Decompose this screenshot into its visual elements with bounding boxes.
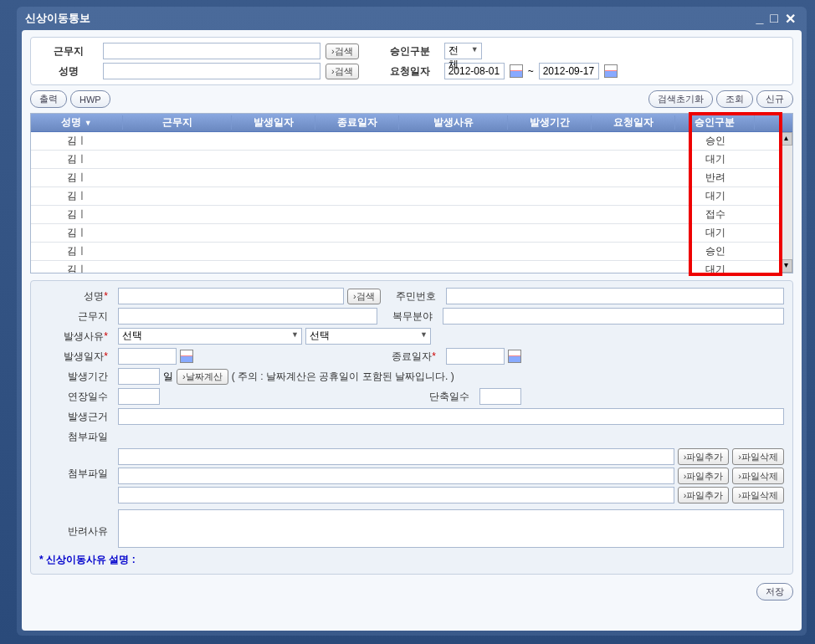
table-row[interactable]: 김ㅣ반려 [31,169,792,187]
col-name[interactable]: 성명 ▼ [31,115,123,130]
file-input-1[interactable] [118,448,674,465]
basis-input[interactable] [118,408,784,425]
col-reqdate[interactable]: 요청일자 [592,115,675,130]
jumin-input[interactable] [446,288,784,304]
file-input-2[interactable] [118,468,674,484]
jumin-label: 주민번호 [384,289,443,304]
occurdate-label: 발생일자* [39,350,115,364]
col-workplace[interactable]: 근무지 [123,115,232,130]
col-approval[interactable]: 승인구분 [675,115,755,130]
reason-label: 발생사유* [39,330,115,344]
minimize-icon[interactable]: _ [753,11,766,27]
cell-status: 반려 [675,171,755,185]
table-row[interactable]: 김ㅣ접수 [31,206,792,224]
file-input-3[interactable] [118,487,674,503]
file-add-button-3[interactable]: ›파일추가 [678,487,730,503]
shorten-input[interactable] [479,388,521,405]
cell-status: 대기 [675,226,755,240]
new-button[interactable]: 신규 [756,90,793,108]
save-button[interactable]: 저장 [756,583,793,601]
table-row[interactable]: 김ㅣ대기 [31,151,792,169]
maximize-icon[interactable]: □ [767,11,781,27]
hwp-button[interactable]: HWP [70,90,110,108]
enddate-label: 종료일자* [384,350,443,364]
cell-status: 대기 [675,189,755,203]
reject-textarea[interactable] [118,509,784,548]
cell-name: 김ㅣ [31,171,123,185]
app-window: 신상이동통보 _ □ ✕ 근무지 ›검색 승인구분 전체 성명 ›검색 요청일자 [17,7,807,636]
table-row[interactable]: 김ㅣ승인 [31,243,792,261]
calc-note: ( 주의 : 날짜계산은 공휴일이 포함된 날짜입니다. ) [232,370,454,384]
reqdate-label: 요청일자 [381,64,439,79]
cell-name: 김ㅣ [31,207,123,222]
period-label: 발생기간 [39,370,115,384]
detail-workplace-label: 근무지 [39,309,115,324]
cell-name: 김ㅣ [31,263,123,273]
grid-header: 성명 ▼ 근무지 발생일자 종료일자 발생사유 발생기간 요청일자 승인구분 [31,114,792,132]
table-row[interactable]: 김ㅣ대기 [31,224,792,243]
cell-status: 승인 [675,134,755,148]
cell-name: 김ㅣ [31,134,123,148]
table-row[interactable]: 김ㅣ승인 [31,132,792,151]
detail-name-search-button[interactable]: ›검색 [347,289,381,304]
file-list: ›파일추가›파일삭제 ›파일추가›파일삭제 ›파일추가›파일삭제 [118,448,784,506]
detail-workplace-input[interactable] [118,308,377,325]
basis-label: 발생근거 [39,410,115,424]
file-del-button-3[interactable]: ›파일삭제 [732,487,784,503]
vertical-scrollbar[interactable]: ▴ ▾ [779,132,792,273]
workplace-input[interactable] [103,43,320,59]
table-row[interactable]: 김ㅣ대기 [31,187,792,206]
day-unit: 일 [163,370,173,384]
detail-form: 성명* ›검색 주민번호 근무지 복무분야 발생사유* 선택 선택 발생일자* [30,280,793,575]
dept-input[interactable] [443,308,784,325]
data-grid: 성명 ▼ 근무지 발생일자 종료일자 발생사유 발생기간 요청일자 승인구분 김… [30,113,793,273]
print-button[interactable]: 출력 [30,90,67,108]
col-occurdate[interactable]: 발생일자 [232,115,315,130]
date-calc-button[interactable]: ›날짜계산 [177,369,228,385]
scroll-up-icon[interactable]: ▴ [780,132,792,146]
scroll-down-icon[interactable]: ▾ [780,259,792,273]
extend-input[interactable] [118,388,160,405]
toolbar: 출력 HWP 검색초기화 조회 신규 [30,90,793,108]
enddate-input[interactable] [446,348,505,365]
col-period[interactable]: 발생기간 [508,115,592,130]
close-icon[interactable]: ✕ [782,11,798,27]
date-tilde: ~ [528,65,534,77]
reason-select-1[interactable]: 선택 [118,328,302,345]
extend-label: 연장일수 [39,390,115,404]
workplace-search-button[interactable]: ›검색 [325,43,359,59]
table-row[interactable]: 김ㅣ대기 [31,261,792,273]
file-add-button-1[interactable]: ›파일추가 [678,448,730,465]
col-reason[interactable]: 발생사유 [399,115,508,130]
calendar-to-icon[interactable] [604,64,618,78]
col-enddate[interactable]: 종료일자 [315,115,399,130]
file-del-button-1[interactable]: ›파일삭제 [732,448,784,465]
enddate-calendar-icon[interactable] [508,350,521,363]
window-controls: _ □ ✕ [753,11,798,27]
file-del-button-2[interactable]: ›파일삭제 [732,468,784,484]
reset-search-button[interactable]: 검색초기화 [648,90,713,108]
date-to-input[interactable] [539,63,599,79]
name-search-button[interactable]: ›검색 [325,64,359,79]
window-title: 신상이동통보 [25,11,90,26]
query-button[interactable]: 조회 [716,90,753,108]
search-panel: 근무지 ›검색 승인구분 전체 성명 ›검색 요청일자 ~ [30,37,793,85]
file-add-button-2[interactable]: ›파일추가 [678,468,730,484]
approval-select[interactable]: 전체 [444,43,482,59]
reason-select-2[interactable]: 선택 [305,328,431,345]
attach-label-1: 첨부파일 [39,430,115,444]
calendar-from-icon[interactable] [510,64,523,78]
occurdate-input[interactable] [118,348,177,365]
detail-name-input[interactable] [118,288,344,304]
cell-status: 승인 [675,244,755,258]
workplace-label: 근무지 [39,44,98,59]
shorten-label: 단축일수 [418,390,476,404]
period-input[interactable] [118,368,160,385]
approval-label: 승인구분 [381,44,439,59]
occurdate-calendar-icon[interactable] [180,350,193,363]
cell-name: 김ㅣ [31,189,123,203]
explain-text: * 신상이동사유 설명 : [39,553,784,567]
name-input[interactable] [103,63,320,79]
cell-status: 대기 [675,263,755,273]
cell-name: 김ㅣ [31,244,123,258]
